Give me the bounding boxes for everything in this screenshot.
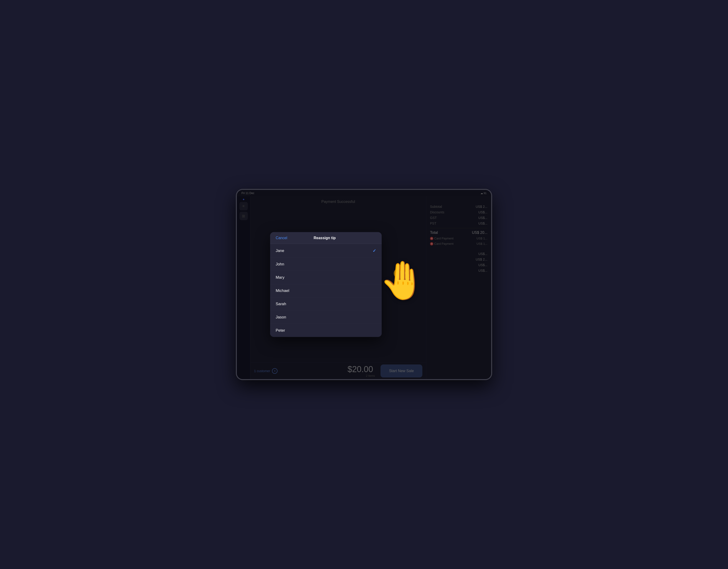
modal-item-name-jane: Jane [276, 248, 284, 253]
modal-item-michael[interactable]: Michael [270, 284, 382, 298]
modal-item-name-sarah: Sarah [276, 302, 286, 306]
modal-title: Reassign tip [314, 236, 336, 240]
modal-item-john[interactable]: John [270, 258, 382, 271]
device-frame: Fri 11 Dec ☁ 91 ≡ ⊞ Payment Successful U… [236, 189, 492, 380]
modal-staff-list: Jane ✓ John Mary Michael Sarah Jason Pet… [270, 244, 382, 337]
modal-item-jane[interactable]: Jane ✓ [270, 244, 382, 258]
modal-item-name-mary: Mary [276, 275, 285, 280]
modal-item-jason[interactable]: Jason [270, 311, 382, 324]
modal-item-check-jane: ✓ [373, 248, 376, 253]
modal-item-sarah[interactable]: Sarah [270, 298, 382, 311]
modal-item-name-john: John [276, 262, 284, 267]
modal-item-mary[interactable]: Mary [270, 271, 382, 284]
modal-cancel-button[interactable]: Cancel [276, 236, 287, 240]
modal-item-name-michael: Michael [276, 288, 289, 293]
modal-item-name-peter: Peter [276, 328, 285, 333]
modal-header: Cancel Reassign tip [270, 232, 382, 244]
reassign-tip-modal: Cancel Reassign tip Jane ✓ John Mary Mic… [270, 232, 382, 337]
modal-item-peter[interactable]: Peter [270, 324, 382, 337]
modal-item-name-jason: Jason [276, 315, 286, 320]
